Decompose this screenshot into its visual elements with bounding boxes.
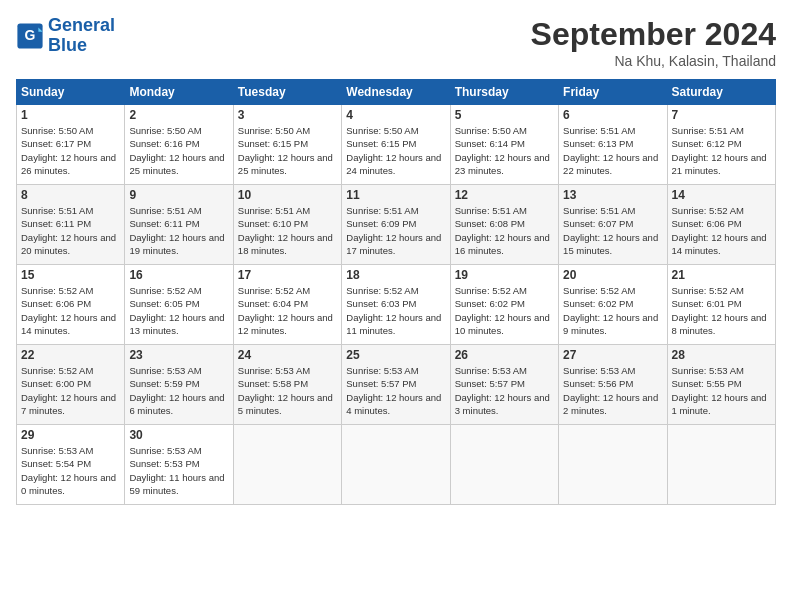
day-number: 23 — [129, 348, 228, 362]
calendar-cell: 2 Sunrise: 5:50 AMSunset: 6:16 PMDayligh… — [125, 105, 233, 185]
day-header-sunday: Sunday — [17, 80, 125, 105]
day-number: 22 — [21, 348, 120, 362]
day-info: Sunrise: 5:53 AMSunset: 5:57 PMDaylight:… — [346, 364, 445, 417]
day-number: 27 — [563, 348, 662, 362]
svg-text:G: G — [25, 27, 36, 43]
day-number: 7 — [672, 108, 771, 122]
calendar-cell: 8 Sunrise: 5:51 AMSunset: 6:11 PMDayligh… — [17, 185, 125, 265]
calendar-cell: 30 Sunrise: 5:53 AMSunset: 5:53 PMDaylig… — [125, 425, 233, 505]
day-number: 24 — [238, 348, 337, 362]
day-number: 9 — [129, 188, 228, 202]
month-title: September 2024 — [531, 16, 776, 53]
day-number: 21 — [672, 268, 771, 282]
calendar-cell: 10 Sunrise: 5:51 AMSunset: 6:10 PMDaylig… — [233, 185, 341, 265]
day-info: Sunrise: 5:51 AMSunset: 6:11 PMDaylight:… — [21, 204, 120, 257]
logo-line1: General — [48, 15, 115, 35]
day-number: 30 — [129, 428, 228, 442]
day-info: Sunrise: 5:51 AMSunset: 6:07 PMDaylight:… — [563, 204, 662, 257]
day-header-tuesday: Tuesday — [233, 80, 341, 105]
day-info: Sunrise: 5:53 AMSunset: 5:57 PMDaylight:… — [455, 364, 554, 417]
calendar-week-4: 22 Sunrise: 5:52 AMSunset: 6:00 PMDaylig… — [17, 345, 776, 425]
calendar-cell: 27 Sunrise: 5:53 AMSunset: 5:56 PMDaylig… — [559, 345, 667, 425]
day-number: 12 — [455, 188, 554, 202]
day-info: Sunrise: 5:51 AMSunset: 6:09 PMDaylight:… — [346, 204, 445, 257]
calendar-table: SundayMondayTuesdayWednesdayThursdayFrid… — [16, 79, 776, 505]
logo-icon: G — [16, 22, 44, 50]
calendar-cell: 24 Sunrise: 5:53 AMSunset: 5:58 PMDaylig… — [233, 345, 341, 425]
day-info: Sunrise: 5:53 AMSunset: 5:59 PMDaylight:… — [129, 364, 228, 417]
day-info: Sunrise: 5:52 AMSunset: 6:02 PMDaylight:… — [563, 284, 662, 337]
calendar-cell: 12 Sunrise: 5:51 AMSunset: 6:08 PMDaylig… — [450, 185, 558, 265]
day-info: Sunrise: 5:51 AMSunset: 6:12 PMDaylight:… — [672, 124, 771, 177]
calendar-cell: 15 Sunrise: 5:52 AMSunset: 6:06 PMDaylig… — [17, 265, 125, 345]
calendar-cell: 17 Sunrise: 5:52 AMSunset: 6:04 PMDaylig… — [233, 265, 341, 345]
calendar-cell: 16 Sunrise: 5:52 AMSunset: 6:05 PMDaylig… — [125, 265, 233, 345]
day-info: Sunrise: 5:52 AMSunset: 6:00 PMDaylight:… — [21, 364, 120, 417]
day-header-thursday: Thursday — [450, 80, 558, 105]
calendar-cell: 20 Sunrise: 5:52 AMSunset: 6:02 PMDaylig… — [559, 265, 667, 345]
day-info: Sunrise: 5:52 AMSunset: 6:03 PMDaylight:… — [346, 284, 445, 337]
day-number: 17 — [238, 268, 337, 282]
day-number: 20 — [563, 268, 662, 282]
day-info: Sunrise: 5:53 AMSunset: 5:58 PMDaylight:… — [238, 364, 337, 417]
calendar-week-5: 29 Sunrise: 5:53 AMSunset: 5:54 PMDaylig… — [17, 425, 776, 505]
day-info: Sunrise: 5:50 AMSunset: 6:17 PMDaylight:… — [21, 124, 120, 177]
day-number: 3 — [238, 108, 337, 122]
calendar-cell: 21 Sunrise: 5:52 AMSunset: 6:01 PMDaylig… — [667, 265, 775, 345]
day-number: 16 — [129, 268, 228, 282]
day-info: Sunrise: 5:51 AMSunset: 6:11 PMDaylight:… — [129, 204, 228, 257]
day-header-saturday: Saturday — [667, 80, 775, 105]
calendar-week-1: 1 Sunrise: 5:50 AMSunset: 6:17 PMDayligh… — [17, 105, 776, 185]
calendar-week-3: 15 Sunrise: 5:52 AMSunset: 6:06 PMDaylig… — [17, 265, 776, 345]
header: G General Blue September 2024 Na Khu, Ka… — [16, 16, 776, 69]
day-info: Sunrise: 5:50 AMSunset: 6:15 PMDaylight:… — [238, 124, 337, 177]
calendar-cell: 13 Sunrise: 5:51 AMSunset: 6:07 PMDaylig… — [559, 185, 667, 265]
calendar-cell — [342, 425, 450, 505]
calendar-cell: 1 Sunrise: 5:50 AMSunset: 6:17 PMDayligh… — [17, 105, 125, 185]
day-info: Sunrise: 5:51 AMSunset: 6:10 PMDaylight:… — [238, 204, 337, 257]
calendar-body: 1 Sunrise: 5:50 AMSunset: 6:17 PMDayligh… — [17, 105, 776, 505]
calendar-cell: 29 Sunrise: 5:53 AMSunset: 5:54 PMDaylig… — [17, 425, 125, 505]
day-number: 19 — [455, 268, 554, 282]
day-info: Sunrise: 5:52 AMSunset: 6:06 PMDaylight:… — [672, 204, 771, 257]
day-info: Sunrise: 5:52 AMSunset: 6:04 PMDaylight:… — [238, 284, 337, 337]
day-info: Sunrise: 5:52 AMSunset: 6:01 PMDaylight:… — [672, 284, 771, 337]
day-header-monday: Monday — [125, 80, 233, 105]
day-number: 10 — [238, 188, 337, 202]
day-number: 8 — [21, 188, 120, 202]
day-number: 5 — [455, 108, 554, 122]
calendar-cell: 25 Sunrise: 5:53 AMSunset: 5:57 PMDaylig… — [342, 345, 450, 425]
day-info: Sunrise: 5:51 AMSunset: 6:13 PMDaylight:… — [563, 124, 662, 177]
day-number: 1 — [21, 108, 120, 122]
day-number: 29 — [21, 428, 120, 442]
calendar-cell: 22 Sunrise: 5:52 AMSunset: 6:00 PMDaylig… — [17, 345, 125, 425]
calendar-cell: 19 Sunrise: 5:52 AMSunset: 6:02 PMDaylig… — [450, 265, 558, 345]
day-info: Sunrise: 5:50 AMSunset: 6:14 PMDaylight:… — [455, 124, 554, 177]
day-info: Sunrise: 5:53 AMSunset: 5:53 PMDaylight:… — [129, 444, 228, 497]
calendar-cell: 26 Sunrise: 5:53 AMSunset: 5:57 PMDaylig… — [450, 345, 558, 425]
logo-line2: Blue — [48, 35, 87, 55]
day-number: 4 — [346, 108, 445, 122]
calendar-cell: 6 Sunrise: 5:51 AMSunset: 6:13 PMDayligh… — [559, 105, 667, 185]
logo: G General Blue — [16, 16, 115, 56]
calendar-week-2: 8 Sunrise: 5:51 AMSunset: 6:11 PMDayligh… — [17, 185, 776, 265]
calendar-cell: 7 Sunrise: 5:51 AMSunset: 6:12 PMDayligh… — [667, 105, 775, 185]
day-header-wednesday: Wednesday — [342, 80, 450, 105]
calendar-cell: 5 Sunrise: 5:50 AMSunset: 6:14 PMDayligh… — [450, 105, 558, 185]
day-number: 26 — [455, 348, 554, 362]
calendar-cell — [233, 425, 341, 505]
day-number: 2 — [129, 108, 228, 122]
day-number: 11 — [346, 188, 445, 202]
calendar-cell: 11 Sunrise: 5:51 AMSunset: 6:09 PMDaylig… — [342, 185, 450, 265]
location-title: Na Khu, Kalasin, Thailand — [531, 53, 776, 69]
day-info: Sunrise: 5:53 AMSunset: 5:54 PMDaylight:… — [21, 444, 120, 497]
calendar-cell: 23 Sunrise: 5:53 AMSunset: 5:59 PMDaylig… — [125, 345, 233, 425]
day-info: Sunrise: 5:53 AMSunset: 5:56 PMDaylight:… — [563, 364, 662, 417]
day-info: Sunrise: 5:50 AMSunset: 6:15 PMDaylight:… — [346, 124, 445, 177]
calendar-cell: 18 Sunrise: 5:52 AMSunset: 6:03 PMDaylig… — [342, 265, 450, 345]
calendar-cell — [450, 425, 558, 505]
calendar-header-row: SundayMondayTuesdayWednesdayThursdayFrid… — [17, 80, 776, 105]
day-number: 15 — [21, 268, 120, 282]
day-info: Sunrise: 5:52 AMSunset: 6:06 PMDaylight:… — [21, 284, 120, 337]
calendar-cell: 14 Sunrise: 5:52 AMSunset: 6:06 PMDaylig… — [667, 185, 775, 265]
